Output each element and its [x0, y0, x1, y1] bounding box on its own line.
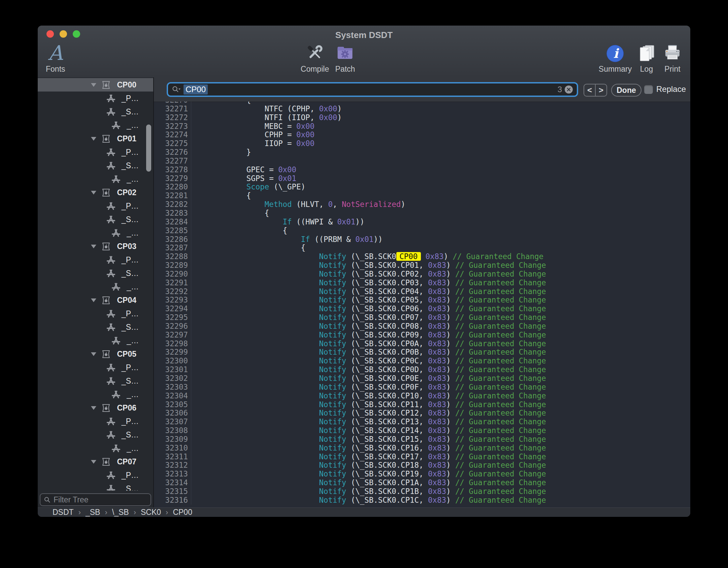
tree-node-cp05[interactable]: CP05	[38, 347, 153, 361]
tree-leaf-cp05-2[interactable]: _…	[38, 388, 153, 401]
tree-node-cp04[interactable]: CP04	[38, 293, 153, 307]
tree-leaf-cp05-0[interactable]: _P…	[38, 361, 153, 374]
tree-leaf-cp07-1[interactable]: _S…	[38, 482, 153, 491]
code-line-32307: Notify (\_SB.SCK0.CP13, 0x83) // Guarant…	[192, 418, 546, 426]
tree-leaf-cp06-1[interactable]: _S…	[38, 428, 153, 441]
tree-leaf-cp01-0[interactable]: _P…	[38, 145, 153, 159]
tree-leaf-cp04-0[interactable]: _P…	[38, 307, 153, 320]
compile-button[interactable]: Compile	[301, 42, 329, 74]
line-number: 32282	[154, 200, 188, 209]
breadcrumb-item-4[interactable]: CP00	[173, 508, 192, 517]
tree-leaf-cp06-2[interactable]: _…	[38, 441, 153, 455]
filter-tree-field[interactable]: Filter Tree	[40, 493, 151, 506]
tree-leaf-cp07-0[interactable]: _P…	[38, 468, 153, 482]
summary-button[interactable]: i Summary	[599, 42, 632, 74]
sidebar-scrollbar-thumb[interactable]	[146, 125, 151, 172]
tree-leaf-cp05-1[interactable]: _S…	[38, 374, 153, 388]
replace-checkbox[interactable]	[644, 85, 653, 94]
code-line-32314: Notify (\_SB.SCK0.CP1A, 0x83) // Guarant…	[192, 478, 546, 487]
tree-node-label: CP00	[117, 80, 136, 90]
code-line-32304: Notify (\_SB.SCK0.CP10, 0x83) // Guarant…	[192, 392, 546, 400]
tree-leaf-cp03-0[interactable]: _P…	[38, 253, 153, 267]
code-line-32309: Notify (\_SB.SCK0.CP15, 0x83) // Guarant…	[192, 435, 546, 444]
tree-node-cp03[interactable]: CP03	[38, 240, 153, 253]
tree-leaf-cp02-2[interactable]: _…	[38, 226, 153, 240]
breadcrumb-item-0[interactable]: DSDT	[53, 508, 74, 517]
line-number: 32280	[154, 183, 188, 191]
search-menu-icon[interactable]	[172, 86, 181, 93]
disclosure-triangle-icon[interactable]	[90, 191, 97, 194]
fonts-icon: A	[48, 42, 63, 63]
code-line-32291: Notify (\_SB.SCK0.CP03, 0x83) // Guarant…	[192, 279, 546, 287]
tree-leaf-label: _S…	[122, 430, 139, 439]
tree-leaf-cp04-2[interactable]: _…	[38, 334, 153, 347]
disclosure-triangle-icon[interactable]	[90, 83, 97, 87]
line-number: 32290	[154, 270, 188, 279]
line-number: 32281	[154, 191, 188, 200]
clear-search-button[interactable]	[565, 85, 573, 94]
disclosure-triangle-icon[interactable]	[90, 137, 97, 141]
line-number: 32275	[154, 139, 188, 148]
code-line-32273: MEBC = 0x00	[192, 122, 546, 131]
line-number: 32295	[154, 313, 188, 322]
fonts-button[interactable]: A Fonts	[46, 42, 65, 74]
line-number: 32299	[154, 348, 188, 357]
tree-leaf-cp02-0[interactable]: _P…	[38, 199, 153, 213]
line-number: 32273	[154, 122, 188, 131]
find-bar: CP00 3 < > Done Replace	[154, 77, 690, 102]
tree-node-label: CP04	[117, 296, 136, 305]
tree-node-cp00[interactable]: CP00	[38, 78, 153, 92]
code-line-32316: Notify (\_SB.SCK0.CP1C, 0x83) // Guarant…	[192, 496, 546, 505]
tree-leaf-cp00-1[interactable]: _S…	[38, 105, 153, 118]
tree-node-cp06[interactable]: CP06	[38, 401, 153, 415]
find-next-button[interactable]: >	[596, 84, 606, 96]
print-button[interactable]: Print	[663, 42, 682, 74]
code-line-32287: {	[192, 244, 546, 252]
line-number: 32278	[154, 166, 188, 174]
method-icon	[111, 121, 121, 130]
tree-leaf-label: _S…	[122, 161, 139, 170]
code-line-32284: If ((HWPI & 0x01))	[192, 218, 546, 226]
toolbar: System DSDT A Fonts	[38, 26, 690, 78]
breadcrumb-item-3[interactable]: SCK0	[141, 508, 161, 517]
tree-leaf-label: _…	[127, 228, 139, 238]
filter-search-icon	[44, 496, 51, 503]
disclosure-triangle-icon[interactable]	[90, 298, 97, 302]
tree-leaf-cp00-2[interactable]: _…	[38, 118, 153, 132]
tree-leaf-cp04-1[interactable]: _S…	[38, 320, 153, 334]
disclosure-triangle-icon[interactable]	[90, 245, 97, 248]
tree-leaf-cp06-0[interactable]: _P…	[38, 415, 153, 428]
disclosure-triangle-icon[interactable]	[90, 406, 97, 410]
disclosure-triangle-icon[interactable]	[90, 352, 97, 356]
tree-node-cp07[interactable]: CP07	[38, 455, 153, 468]
breadcrumb-item-2[interactable]: \_SB	[112, 508, 129, 517]
breadcrumb-separator-icon: ›	[105, 508, 107, 517]
line-number: 32293	[154, 296, 188, 305]
line-number: 32312	[154, 461, 188, 470]
tree-leaf-cp02-1[interactable]: _S…	[38, 213, 153, 226]
tree-leaf-cp03-1[interactable]: _S…	[38, 267, 153, 280]
tree-leaf-label: _S…	[122, 215, 139, 224]
tree-leaf-cp01-1[interactable]: _S…	[38, 159, 153, 172]
tree-node-cp01[interactable]: CP01	[38, 132, 153, 145]
find-previous-button[interactable]: <	[584, 84, 596, 96]
code-area[interactable]: 3227032271322723227332274322753227632277…	[154, 102, 690, 507]
tree-node-cp02[interactable]: CP02	[38, 186, 153, 199]
search-input[interactable]: CP00 3	[167, 82, 578, 97]
code-line-32274: CPHP = 0x00	[192, 131, 546, 139]
tree-leaf-cp03-2[interactable]: _…	[38, 280, 153, 293]
disclosure-triangle-icon[interactable]	[90, 460, 97, 464]
breadcrumb-item-1[interactable]: _SB	[86, 508, 100, 517]
patch-button[interactable]: Patch	[335, 42, 355, 74]
scope-icon	[101, 457, 111, 466]
tree-leaf-cp00-0[interactable]: _P…	[38, 92, 153, 105]
log-button[interactable]: Log	[637, 42, 656, 74]
done-button[interactable]: Done	[611, 84, 641, 97]
tree-leaf-cp01-2[interactable]: _…	[38, 172, 153, 186]
line-number: 32315	[154, 487, 188, 496]
tree-node-label: CP05	[117, 350, 136, 359]
tree-leaf-label: _P…	[122, 363, 139, 372]
code-line-32294: Notify (\_SB.SCK0.CP06, 0x83) // Guarant…	[192, 305, 546, 313]
window-title: System DSDT	[38, 30, 690, 40]
method-icon	[106, 215, 115, 224]
